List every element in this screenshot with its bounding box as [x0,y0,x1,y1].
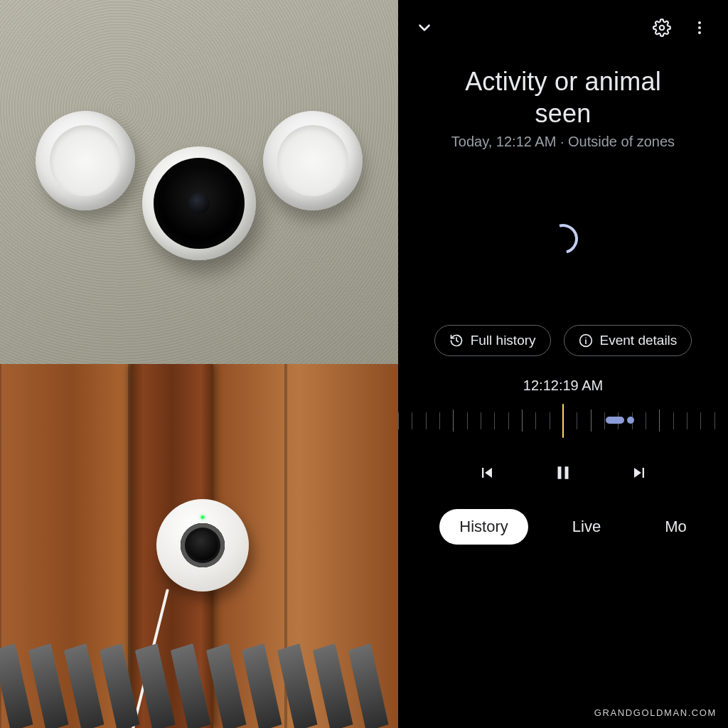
playback-timestamp: 12:12:19 AM [398,369,728,400]
more-vert-icon [691,19,708,36]
settings-button[interactable] [653,18,671,37]
camera-lens [181,523,225,567]
video-preview-area[interactable] [398,157,728,321]
timeline-scrubber[interactable] [398,402,728,439]
history-icon [449,333,464,348]
event-title: Activity or animal seen [398,44,728,134]
event-title-line1: Activity or animal [465,67,661,96]
playback-controls [398,455,728,503]
top-bar [398,0,728,44]
chevron-down-icon [415,18,434,37]
floodlight-left [29,105,141,217]
rake-foreground [0,657,398,728]
camera-housing [142,146,256,260]
svg-rect-7 [558,466,562,479]
event-details-button[interactable]: Event details [564,325,692,356]
status-led-icon [201,515,205,519]
event-title-line2: seen [535,99,592,128]
svg-point-1 [698,21,701,24]
previous-event-button[interactable] [477,463,497,483]
next-event-button[interactable] [629,463,649,483]
pause-icon [552,462,574,483]
tab-history[interactable]: History [439,509,528,545]
collapse-button[interactable] [415,18,434,37]
pause-button[interactable] [552,462,574,483]
skip-next-icon [629,463,649,483]
info-icon [579,333,593,348]
gear-icon [653,18,671,37]
loading-spinner-icon [542,218,583,259]
action-chips-row: Full history Event details [398,321,728,369]
svg-rect-8 [565,466,569,479]
svg-point-0 [660,26,665,31]
watermark-text: GRANDGOLDMAN.COM [594,707,717,718]
timeline-playhead[interactable] [562,404,564,438]
floodlight-camera-unit [43,104,355,289]
event-details-label: Event details [600,333,678,348]
camera-app-screen: Activity or animal seen Today, 12:12 AM … [398,0,728,728]
floodlight-right [254,102,372,220]
camera-housing [156,499,249,592]
skip-previous-icon [477,463,497,483]
full-history-label: Full history [471,333,536,348]
tab-more[interactable]: Mo [645,509,687,545]
event-meta: Today, 12:12 AM · Outside of zones [398,134,728,157]
camera-lens [154,158,245,249]
svg-point-3 [698,31,701,34]
overflow-menu-button[interactable] [691,19,708,36]
full-history-button[interactable]: Full history [434,325,551,356]
svg-point-2 [698,26,701,29]
tab-live[interactable]: Live [552,509,621,545]
product-photo-floodlight [0,0,398,364]
view-mode-tabs: History Live Mo [398,503,728,564]
svg-point-6 [585,337,587,338]
timeline-event-marker[interactable] [606,417,624,424]
product-photo-indoor-cam [0,364,398,728]
